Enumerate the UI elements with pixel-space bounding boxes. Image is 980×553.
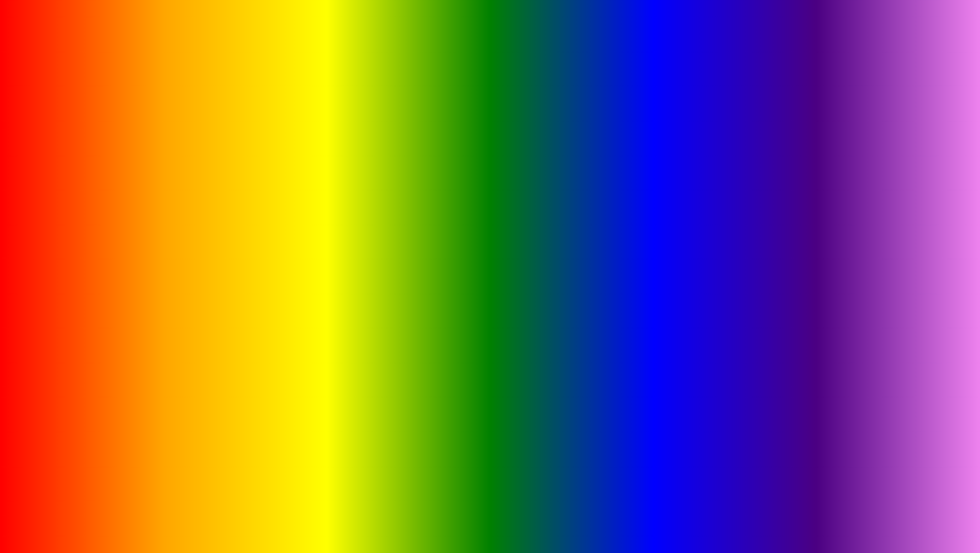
toggle-sword[interactable]: [306, 187, 324, 196]
svg-point-23: [934, 498, 939, 503]
toggle-bf-mastery-label: ⚡ | Auto Farm BF Mastery: [701, 131, 796, 140]
bottom-auto-farm: AUTO FARM: [86, 479, 406, 538]
bottom-script: SCRIPT: [416, 479, 614, 538]
farm-distance-text: Farm Distance: [105, 130, 153, 137]
panel-left-timestamp: 26/04/2023 - 07:54:16 AM [ ID ]: [42, 118, 329, 127]
title-s: S: [723, 10, 780, 91]
sidebar-left-combats[interactable]: 👥 Combats: [42, 234, 88, 247]
toggle-gun-mastery[interactable]: [916, 146, 934, 155]
panel-left-content: ⚡ Farm Distance Main Farm ⚡: [88, 127, 329, 251]
sidebar-left-main[interactable]: ⊞ Main: [42, 173, 88, 186]
sidebar-right-setting[interactable]: ⚙ Setting: [651, 188, 697, 201]
panel-left-logo: [47, 131, 83, 167]
panel-right-timestamp: 26/04/2023 - 07:54:20 AM [ ID ]: [651, 118, 938, 127]
sidebar-right-stats-label: Stats: [666, 222, 684, 229]
skill-z-text: Skill Z: [723, 189, 748, 196]
right-setting-icon: ⚙: [655, 191, 659, 199]
bottom-pastebin: PASTEBIN: [625, 479, 894, 538]
bf-mastery-text: Auto Farm BF Mastery: [723, 132, 796, 139]
title-f: F: [468, 10, 521, 91]
section-mastery-skill: Mastety Skill: [701, 177, 934, 183]
toggle-skill-z[interactable]: [916, 188, 934, 197]
sidebar-left-setting-label: Setting: [52, 191, 78, 198]
farm-distance-thumb: [286, 138, 292, 144]
sidebar-left-wepons-label: Wepons: [52, 206, 74, 214]
svg-point-9: [899, 452, 934, 488]
gun-mastery-icon: ⚡: [701, 146, 711, 154]
toggle-sword-label: ⚡ | Auto Max Mastery [Sword]: [92, 187, 202, 195]
toggle-sword-row: ⚡ | Auto Max Mastery [Sword]: [92, 185, 324, 197]
section-mastery-skill-label: Mastety Skill: [796, 177, 839, 183]
farm-distance-slider[interactable]: [92, 140, 324, 143]
sidebar-right-main-label: Main: [662, 176, 676, 183]
toggle-bf-mastery-knob: [926, 132, 933, 139]
melee-text: Auto Max Mastery [Melee]: [114, 173, 202, 180]
right-main-icon: ⊞: [655, 176, 659, 184]
toggle-melee-label: ⚡ | Auto Max Mastery [Melee]: [92, 172, 202, 181]
right-stats-icon: 📊: [655, 221, 663, 229]
toggle-skill-z-row: ⚡ | Skill Z: [701, 186, 934, 198]
section-mastery: Mastery: [92, 216, 324, 222]
kill-at-label: ⚡ | Kill At %: [701, 159, 756, 167]
bottom-title: AUTO FARM SCRIPT PASTEBIN: [0, 479, 980, 538]
toggle-skill-z-knob: [926, 189, 933, 196]
toggle-nearest[interactable]: [306, 201, 324, 211]
title-r: R: [521, 10, 583, 91]
sword-text: Auto Max Mastery [Sword]: [114, 188, 202, 195]
sidebar-right-stats[interactable]: 📊 Stats: [651, 219, 697, 232]
farm-distance-label: ⚡ Farm Distance: [92, 129, 324, 137]
section-main-farm: Main Farm: [92, 147, 324, 153]
sidebar-left-setting[interactable]: ⚙ Setting: [42, 188, 88, 201]
toggle-skill-x[interactable]: [916, 202, 934, 212]
kill-at-slider[interactable]: [701, 170, 934, 173]
skill-z-icon: ⚡: [701, 188, 711, 196]
toggle-nearest-label: ⚡ | Auto Farm Nearest: [92, 202, 176, 210]
svg-point-22: [894, 498, 899, 503]
farm-distance-icon: ⚡: [92, 129, 102, 137]
title-t: T: [670, 10, 723, 91]
section-main-farm-label: Main Farm: [193, 147, 223, 153]
toggle-select-mode[interactable]: [306, 157, 324, 166]
panel-right: 26/04/2023 - 07:54:20 AM [ ID ] ⊞ Main: [650, 117, 939, 253]
right-combats-icon: 👥: [655, 236, 663, 245]
kill-at-fill: [701, 170, 736, 173]
kill-at-thumb: [733, 168, 739, 175]
toggle-melee-row: ⚡ | Auto Max Mastery [Melee]: [92, 170, 324, 183]
toggle-sword-knob: [316, 188, 323, 195]
title-space: [440, 10, 466, 91]
panel-right-content: ⚡ | Auto Farm BF Mastery ⚡ | Auto Farm G…: [697, 127, 938, 251]
panel-left: 26/04/2023 - 07:54:16 AM [ ID ] ⊞ Main: [41, 117, 330, 253]
nearest-text: Auto Farm Nearest: [114, 202, 176, 210]
toggle-nearest-knob: [316, 202, 323, 210]
svg-point-13: [921, 464, 927, 470]
toggle-bf-mastery[interactable]: [916, 131, 934, 140]
kill-at-row: ⚡ | Kill At %: [701, 159, 934, 168]
toggle-melee[interactable]: [306, 172, 324, 181]
toggle-gun-mastery-label: ⚡ | Auto Farm Gun Mastery: [701, 146, 800, 154]
panel-right-logo: [657, 131, 692, 167]
panel-right-sidebar: ⊞ Main ⚙ Setting ✕ Wepons 📊 Stats 👥 Comb…: [651, 127, 697, 251]
svg-rect-14: [912, 481, 916, 483]
nearest-icon: ⚡: [92, 202, 102, 210]
sidebar-right-wepons[interactable]: ✕ Wepons: [651, 203, 697, 217]
kill-at-input[interactable]: [908, 159, 934, 168]
svg-point-12: [906, 464, 912, 470]
blox-fruits-logo: BLOX FRUITS: [884, 444, 950, 543]
svg-rect-15: [918, 481, 921, 483]
toggle-select-mode-knob: [316, 158, 323, 165]
sidebar-left-wepons[interactable]: ✕ Wepons: [42, 203, 88, 217]
sidebar-right-main[interactable]: ⊞ Main: [651, 173, 697, 186]
main-icon: ⊞: [45, 176, 49, 184]
title-i: I: [644, 10, 670, 91]
toggle-skill-z-label: ⚡ | Skill Z: [701, 188, 749, 196]
select-mode-text: Auto Farm Select Mode: [114, 158, 190, 165]
sidebar-right-combats[interactable]: 👥 Combats: [651, 234, 697, 247]
toggle-gun-mastery-knob: [926, 147, 933, 154]
sidebar-left-stats[interactable]: 📊 Stats: [42, 219, 88, 232]
sword-icon: ⚡: [92, 187, 102, 195]
skill-x-icon: ⚡: [701, 203, 711, 211]
toggle-nearest-row: ⚡ | Auto Farm Nearest: [92, 200, 324, 212]
farm-distance-fill: [92, 140, 289, 143]
right-logo-icon: [662, 134, 687, 164]
kill-at-text: Kill At %: [723, 160, 756, 167]
